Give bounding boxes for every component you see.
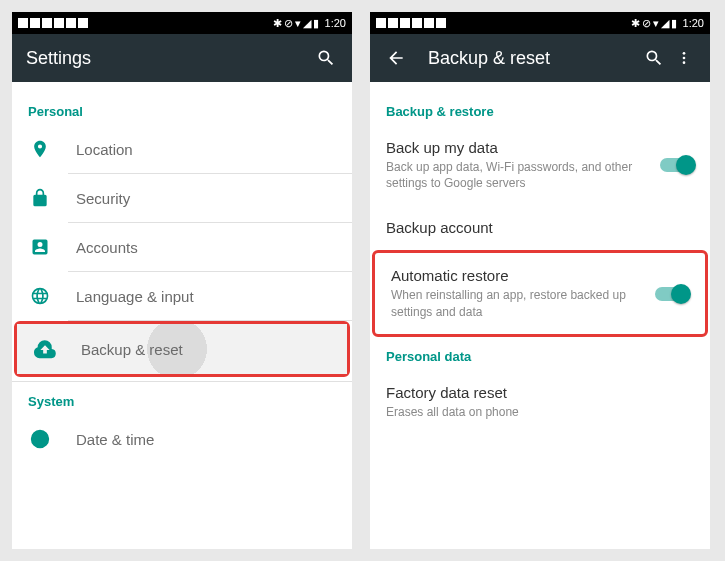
bluetooth-icon: ✱	[631, 17, 640, 30]
svg-rect-5	[78, 18, 88, 28]
item-title: Back up my data	[386, 139, 636, 156]
clock: 1:20	[325, 17, 346, 29]
svg-rect-10	[412, 18, 422, 28]
search-icon[interactable]	[314, 48, 338, 68]
status-bar: ✱ ⊘ ▾ ◢ ▮ 1:20	[12, 12, 352, 34]
section-header-backup: Backup & restore	[370, 92, 710, 125]
bluetooth-icon: ✱	[273, 17, 282, 30]
status-system-icons: ✱ ⊘ ▾ ◢ ▮ 1:20	[273, 17, 346, 30]
item-automatic-restore[interactable]: Automatic restore When reinstalling an a…	[375, 253, 705, 333]
backup-data-toggle[interactable]	[660, 158, 694, 172]
item-subtitle: When reinstalling an app, restore backed…	[391, 287, 631, 319]
account-icon	[28, 237, 52, 257]
svg-point-14	[683, 57, 686, 60]
svg-point-13	[683, 52, 686, 55]
search-icon[interactable]	[642, 48, 666, 68]
settings-item-language[interactable]: Language & input	[12, 272, 352, 320]
status-bar: ✱ ⊘ ▾ ◢ ▮ 1:20	[370, 12, 710, 34]
section-header-personal: Personal	[12, 92, 352, 125]
settings-list: Personal Location Security Accounts	[12, 82, 352, 549]
item-subtitle: Erases all data on phone	[386, 404, 694, 420]
svg-point-15	[683, 61, 686, 64]
item-backup-account[interactable]: Backup account	[370, 205, 710, 250]
overflow-menu-icon[interactable]	[672, 48, 696, 68]
item-label: Location	[76, 141, 336, 158]
item-title: Automatic restore	[391, 267, 631, 284]
item-factory-reset[interactable]: Factory data reset Erases all data on ph…	[370, 370, 710, 434]
item-subtitle: Back up app data, Wi-Fi passwords, and o…	[386, 159, 636, 191]
settings-screen: ✱ ⊘ ▾ ◢ ▮ 1:20 Settings Personal Locatio…	[12, 12, 352, 549]
section-header-system: System	[12, 382, 352, 415]
status-notification-icons	[376, 16, 450, 30]
battery-icon: ▮	[671, 17, 677, 30]
svg-rect-2	[42, 18, 52, 28]
lock-icon	[28, 188, 52, 208]
item-label: Security	[76, 190, 336, 207]
item-label: Backup & reset	[81, 341, 331, 358]
battery-icon: ▮	[313, 17, 319, 30]
no-sim-icon: ⊘	[284, 17, 293, 30]
clock-icon	[28, 429, 52, 449]
app-bar: Backup & reset	[370, 34, 710, 82]
item-title: Factory data reset	[386, 384, 694, 401]
automatic-restore-toggle[interactable]	[655, 287, 689, 301]
item-label: Date & time	[76, 431, 336, 448]
item-label: Language & input	[76, 288, 336, 305]
wifi-icon: ▾	[295, 17, 301, 30]
svg-rect-8	[388, 18, 398, 28]
cloud-upload-icon	[33, 338, 57, 360]
svg-rect-0	[18, 18, 28, 28]
item-title: Backup account	[386, 219, 694, 236]
settings-item-security[interactable]: Security	[12, 174, 352, 222]
clock: 1:20	[683, 17, 704, 29]
svg-rect-4	[66, 18, 76, 28]
app-bar: Settings	[12, 34, 352, 82]
status-notification-icons	[18, 16, 92, 30]
no-sim-icon: ⊘	[642, 17, 651, 30]
svg-rect-3	[54, 18, 64, 28]
item-label: Accounts	[76, 239, 336, 256]
svg-rect-9	[400, 18, 410, 28]
backup-settings-list: Backup & restore Back up my data Back up…	[370, 82, 710, 549]
location-icon	[28, 139, 52, 159]
page-title: Settings	[26, 48, 314, 69]
svg-rect-12	[436, 18, 446, 28]
wifi-icon: ▾	[653, 17, 659, 30]
back-button[interactable]	[384, 48, 408, 68]
svg-rect-1	[30, 18, 40, 28]
svg-rect-7	[376, 18, 386, 28]
globe-icon	[28, 286, 52, 306]
page-title: Backup & reset	[428, 48, 642, 69]
item-backup-my-data[interactable]: Back up my data Back up app data, Wi-Fi …	[370, 125, 710, 205]
highlight-backup-reset: Backup & reset	[14, 321, 350, 377]
status-system-icons: ✱ ⊘ ▾ ◢ ▮ 1:20	[631, 17, 704, 30]
highlight-automatic-restore: Automatic restore When reinstalling an a…	[372, 250, 708, 336]
settings-item-location[interactable]: Location	[12, 125, 352, 173]
section-header-personal-data: Personal data	[370, 337, 710, 370]
settings-item-backup-reset[interactable]: Backup & reset	[17, 324, 347, 374]
settings-item-accounts[interactable]: Accounts	[12, 223, 352, 271]
settings-item-datetime[interactable]: Date & time	[12, 415, 352, 463]
backup-reset-screen: ✱ ⊘ ▾ ◢ ▮ 1:20 Backup & reset Backup & r…	[370, 12, 710, 549]
signal-icon: ◢	[303, 17, 311, 30]
signal-icon: ◢	[661, 17, 669, 30]
svg-rect-11	[424, 18, 434, 28]
